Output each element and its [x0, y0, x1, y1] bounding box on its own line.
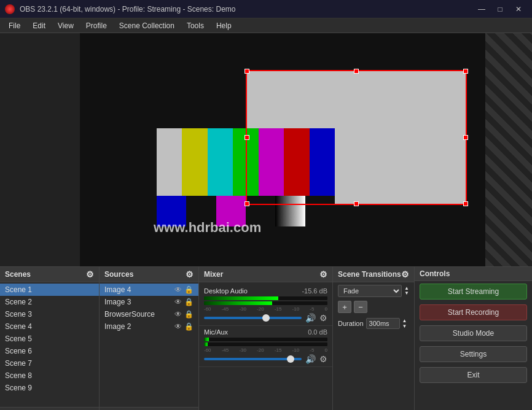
- source-icons: 👁 🔒: [174, 322, 194, 331]
- transition-arrows[interactable]: ▲ ▼: [404, 286, 409, 296]
- mixer-desktop-mute-icon[interactable]: 🔊: [305, 313, 316, 323]
- sources-config-icon[interactable]: ⚙: [186, 269, 194, 279]
- watermark-text: www.hdrbai.com: [154, 220, 261, 236]
- mixer-track-mic-meter-bot: [204, 342, 327, 346]
- scene-item[interactable]: Scene 2: [0, 296, 99, 308]
- mixer-desktop-slider[interactable]: [204, 314, 302, 322]
- scene-item[interactable]: Scene 7: [0, 357, 99, 369]
- title-bar-left: OBS 23.2.1 (64-bit, windows) - Profile: …: [5, 4, 235, 14]
- menu-tools[interactable]: Tools: [181, 20, 210, 31]
- mixer-mic-level-fill-bot: [204, 342, 208, 346]
- mixer-title: Mixer: [204, 270, 223, 279]
- transition-remove-button[interactable]: −: [354, 301, 367, 313]
- mixer-track-desktop-name: Desktop Audio: [204, 287, 248, 295]
- mixer-level-fill-bot: [204, 301, 272, 305]
- source-eye-icon[interactable]: 👁: [174, 322, 182, 331]
- menu-profile[interactable]: Profile: [80, 20, 113, 31]
- start-recording-button[interactable]: Start Recording: [420, 304, 527, 320]
- mixer-desktop-slider-thumb[interactable]: [262, 314, 270, 322]
- scenes-header: Scenes ⚙: [0, 267, 99, 282]
- mixer-tick-labels: -60-45-30-20-15-10-50: [204, 306, 327, 312]
- maximize-button[interactable]: □: [491, 3, 509, 15]
- window-controls[interactable]: — □ ✕: [473, 3, 527, 15]
- duration-input[interactable]: [366, 318, 400, 329]
- title-bar-text: OBS 23.2.1 (64-bit, windows) - Profile: …: [20, 5, 235, 14]
- mixer-track-desktop-header: Desktop Audio -15.6 dB: [204, 287, 327, 295]
- sources-list: Image 4 👁 🔒 Image 3 👁 🔒 BrowserSource: [100, 282, 198, 407]
- studio-mode-button[interactable]: Studio Mode: [420, 325, 527, 341]
- mixer-config-icon[interactable]: ⚙: [319, 269, 327, 279]
- mixer-mic-mute-icon[interactable]: 🔊: [305, 354, 316, 364]
- preview-black-top: [80, 33, 405, 70]
- mixer-mic-settings-icon[interactable]: ⚙: [319, 354, 327, 364]
- scene-item[interactable]: Scene 4: [0, 320, 99, 333]
- title-bar: OBS 23.2.1 (64-bit, windows) - Profile: …: [0, 0, 532, 18]
- mixer-mic-slider-thumb[interactable]: [287, 355, 294, 363]
- scene-item[interactable]: Scene 5: [0, 333, 99, 345]
- menu-edit[interactable]: Edit: [26, 20, 52, 31]
- transitions-config-icon[interactable]: ⚙: [401, 269, 409, 279]
- menu-file[interactable]: File: [2, 20, 26, 31]
- source-item[interactable]: Image 2 👁 🔒: [100, 320, 198, 333]
- mixer-level-fill-top: [204, 296, 278, 300]
- mixer-track-mic-header: Mic/Aux 0.0 dB: [204, 328, 327, 336]
- transition-type-dropdown[interactable]: Fade Cut Swipe Slide Stinger Fade to Col…: [338, 285, 402, 297]
- close-button[interactable]: ✕: [510, 3, 527, 15]
- duration-up-icon[interactable]: ▲: [402, 318, 407, 323]
- mixer-mic-slider[interactable]: [204, 355, 302, 363]
- transitions-panel: Scene Transitions ⚙ Fade Cut Swipe Slide…: [333, 267, 415, 410]
- transition-add-button[interactable]: +: [338, 301, 351, 313]
- scene-item[interactable]: Scene 8: [0, 369, 99, 382]
- sources-title: Sources: [104, 270, 133, 279]
- scene-item[interactable]: Scene 1: [0, 284, 99, 296]
- scene-item[interactable]: Scene 9: [0, 382, 99, 394]
- scenes-config-icon[interactable]: ⚙: [86, 269, 94, 279]
- preview-area: www.hdrbai.com: [0, 33, 532, 266]
- scenes-list: Scene 1 Scene 2 Scene 3 Scene 4 Scene 5 …: [0, 282, 99, 407]
- scenes-title: Scenes: [5, 270, 31, 279]
- scenes-panel: Scenes ⚙ Scene 1 Scene 2 Scene 3 Scene 4…: [0, 267, 100, 410]
- duration-arrows[interactable]: ▲ ▼: [402, 318, 407, 329]
- source-eye-icon[interactable]: 👁: [174, 310, 182, 319]
- mixer-track-desktop: Desktop Audio -15.6 dB -60-45-30-20-15-1…: [199, 285, 332, 326]
- scene-item[interactable]: Scene 6: [0, 345, 99, 357]
- mixer-track-mic-db: 0.0 dB: [308, 328, 327, 336]
- bottom-panels: Scenes ⚙ Scene 1 Scene 2 Scene 3 Scene 4…: [0, 266, 532, 410]
- mixer-header: Mixer ⚙: [199, 267, 332, 282]
- transition-add-remove: + −: [333, 300, 414, 315]
- source-eye-icon[interactable]: 👁: [174, 298, 182, 306]
- start-streaming-button[interactable]: Start Streaming: [420, 284, 527, 300]
- source-item[interactable]: Image 3 👁 🔒: [100, 296, 198, 308]
- sources-header: Sources ⚙: [100, 267, 198, 282]
- scenes-footer: + − ∧ ∨: [0, 407, 99, 410]
- source-label: BrowserSource: [104, 310, 155, 319]
- mixer-track-desktop-db: -15.6 dB: [302, 287, 327, 295]
- source-lock-icon[interactable]: 🔒: [184, 298, 194, 306]
- source-lock-icon[interactable]: 🔒: [184, 285, 194, 294]
- exit-button[interactable]: Exit: [420, 367, 527, 383]
- duration-label: Duration: [338, 320, 364, 327]
- mixer-track-mic: Mic/Aux 0.0 dB -60-45-30-20-15-10-50: [199, 326, 332, 367]
- source-lock-icon[interactable]: 🔒: [184, 322, 194, 331]
- settings-button[interactable]: Settings: [420, 346, 527, 362]
- source-lock-icon[interactable]: 🔒: [184, 310, 194, 319]
- source-item[interactable]: BrowserSource 👁 🔒: [100, 308, 198, 320]
- controls-title: Controls: [420, 269, 450, 278]
- menu-help[interactable]: Help: [210, 20, 238, 31]
- transition-select-row: Fade Cut Swipe Slide Stinger Fade to Col…: [333, 282, 414, 300]
- mixer-mic-level-fill-top: [204, 338, 209, 341]
- mixer-desktop-slider-track: [204, 317, 302, 319]
- source-item[interactable]: Image 4 👁 🔒: [100, 284, 198, 296]
- minimize-button[interactable]: —: [473, 3, 490, 15]
- sources-footer: + − ⚙ ∧ ∨: [100, 407, 198, 410]
- mixer-track-mic-meter-top: [204, 338, 327, 341]
- menu-view[interactable]: View: [52, 20, 80, 31]
- source-icons: 👁 🔒: [174, 310, 194, 319]
- scene-item[interactable]: Scene 3: [0, 308, 99, 320]
- mixer-track-desktop-meter-bot: [204, 301, 327, 305]
- mixer-desktop-settings-icon[interactable]: ⚙: [319, 313, 327, 323]
- duration-down-icon[interactable]: ▼: [402, 323, 407, 329]
- source-icons: 👁 🔒: [174, 285, 194, 294]
- menu-scene-collection[interactable]: Scene Collection: [113, 20, 181, 31]
- source-eye-icon[interactable]: 👁: [174, 285, 182, 294]
